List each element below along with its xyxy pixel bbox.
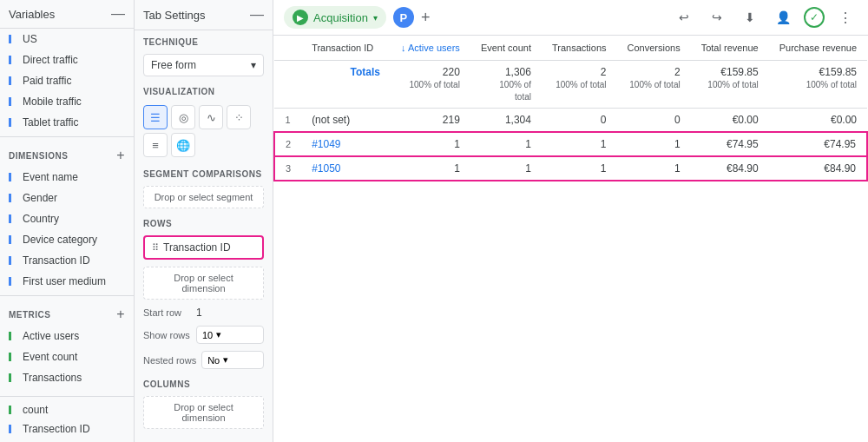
- download-button[interactable]: ⬇: [738, 5, 762, 30]
- sidebar-transaction-id-item[interactable]: Transection ID: [9, 419, 125, 439]
- show-rows-dropdown[interactable]: 10 ▾: [196, 326, 264, 344]
- col-header-transactions[interactable]: Transactions: [542, 36, 617, 61]
- dimension-icon-medium: [9, 277, 17, 286]
- col-header-total-revenue[interactable]: Total revenue: [691, 36, 769, 61]
- technique-section-label: TECHNIQUE: [135, 30, 273, 50]
- variable-label-paid: Paid traffic: [23, 75, 71, 87]
- redo-button[interactable]: ↪: [705, 5, 729, 30]
- dimension-gender[interactable]: Gender: [0, 188, 134, 208]
- drop-column-btn[interactable]: Drop or select dimension: [143, 396, 264, 429]
- viz-table-icon[interactable]: ☰: [143, 105, 168, 129]
- row2-transaction-id[interactable]: #1049: [301, 132, 391, 156]
- undo-button[interactable]: ↩: [672, 5, 696, 30]
- add-metric-icon[interactable]: +: [116, 307, 125, 322]
- metric-transactions[interactable]: Transactions: [0, 367, 134, 388]
- row1-active-users: 219: [391, 109, 470, 133]
- transaction-id-icon: [9, 425, 17, 433]
- row3-transaction-id[interactable]: #1050: [301, 156, 391, 181]
- dimension-icon-country: [9, 214, 17, 223]
- dimension-icon-device: [9, 235, 17, 244]
- row3-total-revenue: €84.90: [691, 156, 769, 181]
- technique-dropdown[interactable]: Free form ▾: [143, 54, 264, 76]
- row-dimension-transaction-id[interactable]: ⠿ Transaction ID: [143, 235, 264, 260]
- row2-total-revenue: €74.95: [691, 132, 769, 156]
- row3-transactions: 1: [542, 156, 617, 181]
- variable-color-tablet: [9, 118, 17, 127]
- variable-label-mobile: Mobile traffic: [23, 96, 82, 108]
- dimension-country[interactable]: Country: [0, 208, 134, 229]
- check-status-icon[interactable]: ✓: [804, 7, 825, 28]
- dimension-label-medium: First user medium: [23, 275, 106, 287]
- add-tab-icon[interactable]: +: [421, 9, 431, 27]
- variable-item-paid[interactable]: Paid traffic: [0, 70, 134, 91]
- table-row-highlighted-3: 3 #1050 1 1 1 1 €84.90 €84.90: [274, 156, 867, 181]
- viz-bar-icon[interactable]: ≡: [143, 133, 168, 157]
- dimension-transaction-id[interactable]: Transaction ID: [0, 250, 134, 271]
- viz-scatter-icon[interactable]: ⁘: [227, 105, 251, 129]
- dimension-device-category[interactable]: Device category: [0, 229, 134, 250]
- show-rows-label: Show rows: [143, 330, 191, 340]
- start-row-field: Start row 1: [143, 307, 264, 319]
- add-dimension-icon[interactable]: +: [116, 148, 125, 163]
- row-dimension-label: Transaction ID: [163, 241, 231, 254]
- columns-section-label: COLUMNS: [135, 373, 273, 393]
- sidebar-header: Variables —: [0, 0, 134, 29]
- sidebar-divider-2: [0, 295, 134, 296]
- variable-item-tablet[interactable]: Tablet traffic: [0, 112, 134, 133]
- nested-rows-label: Nested rows: [143, 355, 196, 366]
- minimize-btn[interactable]: —: [111, 7, 125, 21]
- viz-map-icon[interactable]: 🌐: [171, 133, 195, 157]
- header-actions: ↩ ↪ ⬇ 👤 ✓ ⋮: [672, 5, 858, 30]
- table-row: 1 (not set) 219 1,304 0 0 €0.00 €0.00: [274, 109, 867, 133]
- start-row-value: 1: [196, 307, 202, 319]
- dimensions-section-label: DIMENSIONS +: [0, 141, 134, 167]
- dimension-label-device: Device category: [23, 234, 97, 246]
- acquisition-button[interactable]: ▶ Acquisition ▾: [284, 6, 386, 29]
- variable-label-direct: Direct traffic: [23, 54, 78, 66]
- metric-event-count[interactable]: Event count: [0, 346, 134, 367]
- data-table: Transaction ID ↓ Active users Event coun…: [273, 36, 868, 181]
- segment-drop-btn[interactable]: Drop or select segment: [143, 186, 264, 208]
- main-header: ▶ Acquisition ▾ P + ↩ ↪ ⬇ 👤 ✓ ⋮: [273, 0, 868, 36]
- col-header-conversions[interactable]: Conversions: [617, 36, 691, 61]
- col-header-transaction-id[interactable]: Transaction ID: [301, 36, 391, 61]
- metric-label-transactions: Transactions: [23, 372, 82, 384]
- totals-purchase-revenue: €159.85 100% of total: [769, 61, 867, 109]
- variable-list: US Direct traffic Paid traffic Mobile tr…: [0, 29, 134, 133]
- metrics-section-label: METRICS +: [0, 300, 134, 326]
- viz-line-icon[interactable]: ∿: [199, 105, 223, 129]
- variable-item-us[interactable]: US: [0, 29, 134, 49]
- variable-color-direct: [9, 56, 17, 64]
- totals-total-revenue: €159.85 100% of total: [691, 61, 769, 109]
- technique-chevron: ▾: [251, 59, 256, 71]
- totals-empty: [274, 61, 301, 109]
- row2-event-count: 1: [470, 132, 542, 156]
- row1-transaction-id[interactable]: (not set): [301, 109, 391, 133]
- viz-donut-icon[interactable]: ◎: [171, 105, 195, 129]
- row2-purchase-revenue: €74.95: [769, 132, 867, 156]
- dimension-first-user-medium[interactable]: First user medium: [0, 271, 134, 292]
- add-user-button[interactable]: 👤: [771, 5, 795, 30]
- col-header-active-users[interactable]: ↓ Active users: [391, 36, 470, 61]
- nested-rows-dropdown[interactable]: No ▾: [201, 351, 264, 369]
- more-options-button[interactable]: ⋮: [833, 5, 858, 30]
- technique-value: Free form: [151, 59, 196, 71]
- variable-item-mobile[interactable]: Mobile traffic: [0, 91, 134, 112]
- drop-dimension-btn[interactable]: Drop or select dimension: [143, 267, 264, 300]
- sidebar-count-item[interactable]: count: [9, 400, 125, 419]
- table-row-highlighted-2: 2 #1049 1 1 1 1 €74.95 €74.95: [274, 132, 867, 156]
- metric-icon-event-count: [9, 353, 17, 361]
- metric-icon-active: [9, 332, 17, 340]
- col-header-purchase-revenue[interactable]: Purchase revenue: [769, 36, 867, 61]
- tab-settings-minimize[interactable]: —: [250, 7, 264, 23]
- row3-purchase-revenue: €84.90: [769, 156, 867, 181]
- col-header-event-count[interactable]: Event count: [470, 36, 542, 61]
- dimension-icon-event: [9, 173, 17, 181]
- segment-section-label: SEGMENT COMPARISONS: [135, 162, 273, 182]
- dimension-event-name[interactable]: Event name: [0, 167, 134, 188]
- segment-area: Drop or select segment: [143, 186, 264, 208]
- sidebar-bottom: count Transection ID: [0, 396, 134, 442]
- p-avatar[interactable]: P: [393, 7, 414, 28]
- variable-item-direct[interactable]: Direct traffic: [0, 49, 134, 70]
- metric-active-users[interactable]: Active users: [0, 326, 134, 346]
